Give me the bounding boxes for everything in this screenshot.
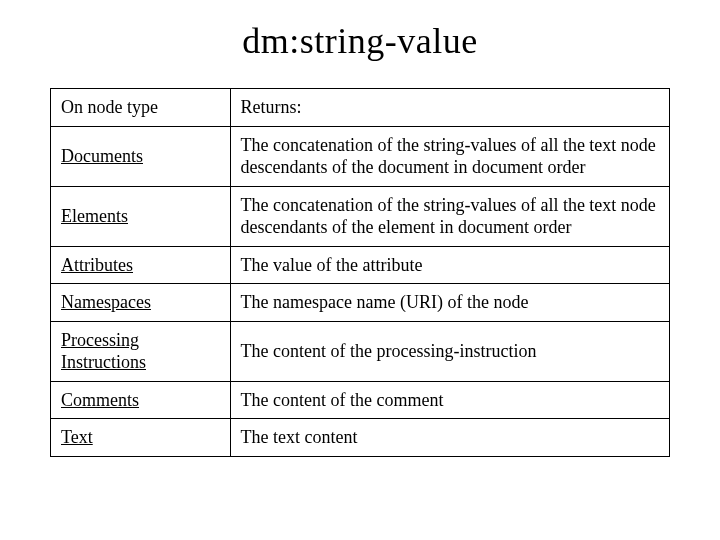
table-row: Documents The concatenation of the strin… — [51, 126, 670, 186]
table-row: Processing Instructions The content of t… — [51, 321, 670, 381]
table-header-row: On node type Returns: — [51, 89, 670, 127]
header-left: On node type — [51, 89, 231, 127]
returns-cell: The concatenation of the string-values o… — [230, 186, 670, 246]
page-title: dm:string-value — [50, 20, 670, 62]
table-row: Text The text content — [51, 419, 670, 457]
table-row: Comments The content of the comment — [51, 381, 670, 419]
table-row: Namespaces The namespace name (URI) of t… — [51, 284, 670, 322]
documents-link[interactable]: Documents — [61, 146, 143, 166]
returns-cell: The content of the comment — [230, 381, 670, 419]
returns-cell: The value of the attribute — [230, 246, 670, 284]
returns-cell: The text content — [230, 419, 670, 457]
returns-cell: The content of the processing-instructio… — [230, 321, 670, 381]
text-link[interactable]: Text — [61, 427, 93, 447]
attributes-link[interactable]: Attributes — [61, 255, 133, 275]
processing-instructions-link[interactable]: Processing Instructions — [61, 330, 146, 373]
table-row: Attributes The value of the attribute — [51, 246, 670, 284]
header-right: Returns: — [230, 89, 670, 127]
table-row: Elements The concatenation of the string… — [51, 186, 670, 246]
elements-link[interactable]: Elements — [61, 206, 128, 226]
string-value-table: On node type Returns: Documents The conc… — [50, 88, 670, 457]
slide: dm:string-value On node type Returns: Do… — [0, 0, 720, 457]
namespaces-link[interactable]: Namespaces — [61, 292, 151, 312]
comments-link[interactable]: Comments — [61, 390, 139, 410]
returns-cell: The namespace name (URI) of the node — [230, 284, 670, 322]
returns-cell: The concatenation of the string-values o… — [230, 126, 670, 186]
